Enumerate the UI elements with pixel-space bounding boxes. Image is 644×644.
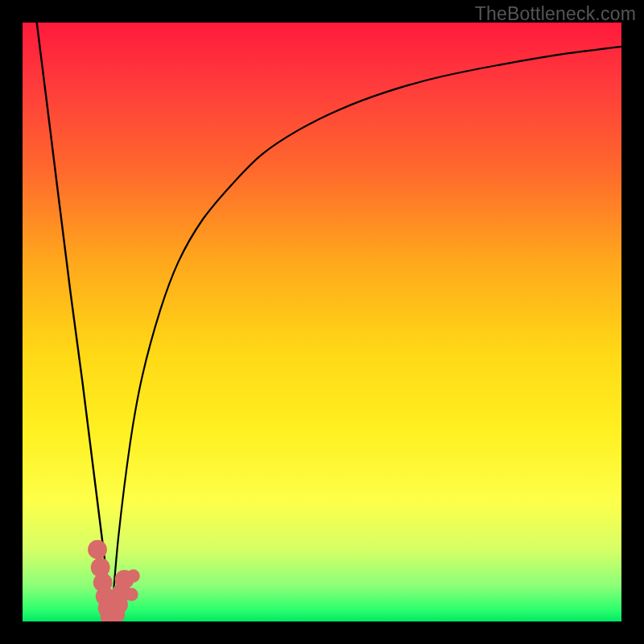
watermark-text: TheBottleneck.com: [475, 3, 636, 25]
data-dot: [125, 588, 138, 601]
chart-svg: [23, 23, 621, 621]
data-dot: [126, 569, 139, 582]
outer-frame: TheBottleneck.com: [0, 0, 644, 644]
data-dot: [88, 540, 107, 559]
curve-left-branch: [35, 23, 111, 621]
curve-right-branch: [111, 47, 621, 621]
plot-area: [23, 23, 621, 621]
